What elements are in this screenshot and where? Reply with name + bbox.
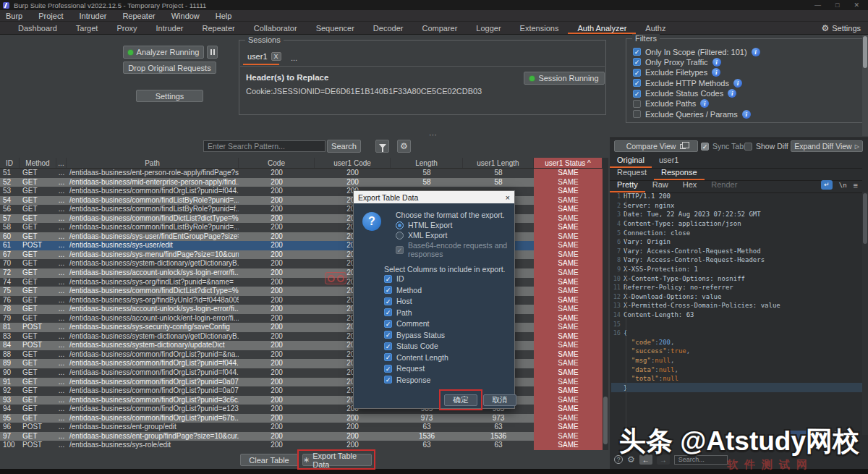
analyzer-settings-button[interactable]: Settings xyxy=(136,90,203,102)
view-tab-hex[interactable]: Hex xyxy=(676,179,705,192)
filter-button[interactable] xyxy=(375,140,389,153)
splitter-handle[interactable]: ⋯ xyxy=(429,130,438,140)
export-column-content-length[interactable]: ✓Content Length xyxy=(384,353,448,362)
view-tab-render[interactable]: Render xyxy=(704,179,744,192)
editor-scrollbar[interactable] xyxy=(862,192,868,435)
dialog-title-bar[interactable]: Export Table Data × xyxy=(354,191,514,203)
search-button[interactable]: Search xyxy=(327,140,361,153)
info-icon[interactable]: i xyxy=(712,58,721,67)
tab-logger[interactable]: Logger xyxy=(467,22,510,34)
export-column-comment[interactable]: ✓Comment xyxy=(384,319,448,328)
tab-decoder[interactable]: Decoder xyxy=(364,22,413,34)
export-column-method[interactable]: ✓Method xyxy=(384,286,448,295)
table-row[interactable]: 51GET.../entidaas-business/ent-person-ro… xyxy=(0,169,603,178)
column-header[interactable]: user1 Length xyxy=(463,158,534,168)
info-icon[interactable]: i xyxy=(700,99,709,108)
search-pattern-input[interactable]: Enter Search Pattern... xyxy=(203,140,326,152)
cancel-button[interactable]: 取消 xyxy=(483,394,516,406)
maximize-icon[interactable]: □ xyxy=(835,1,839,9)
minimize-icon[interactable]: — xyxy=(814,1,821,9)
column-header[interactable]: ID xyxy=(0,158,20,168)
cell-m: GET xyxy=(20,305,56,314)
tab-intruder[interactable]: Intruder xyxy=(147,22,193,34)
response-editor[interactable]: 1HTTP/1.1 2002Server: nginx3Date: Tue, 2… xyxy=(611,192,862,435)
table-scrollbar[interactable] xyxy=(603,158,608,450)
column-header[interactable]: Code xyxy=(239,158,315,168)
filter-exclude-status-codes[interactable]: ✓Exclude Status Codesi xyxy=(633,90,760,98)
compare-view-button[interactable]: Compare View xyxy=(614,140,698,152)
checkbox-checked-icon: ✓ xyxy=(384,331,392,339)
column-header[interactable]: user1 Code xyxy=(315,158,391,168)
export-column-response[interactable]: ✓Response xyxy=(384,376,448,384)
checkbox-checked-icon: ✓ xyxy=(633,58,641,66)
show-newlines-icon[interactable]: \n xyxy=(839,182,847,189)
close-icon[interactable]: ✕ xyxy=(854,1,859,9)
expand-diff-view-button[interactable]: Expand Diff View ▷ xyxy=(791,140,863,152)
drop-original-requests-button[interactable]: Drop Original Requests xyxy=(123,62,216,74)
tab-repeater[interactable]: Repeater xyxy=(192,22,244,34)
menu-item-repeater[interactable]: Repeater xyxy=(122,12,155,20)
panel-scrollbar[interactable] xyxy=(862,35,868,136)
cookie-header-value[interactable]: Cookie:JSESSIONID=DE6D61E1B140B1F33A80CE… xyxy=(246,87,482,96)
dialog-close-icon[interactable]: × xyxy=(506,193,510,202)
editor-menu-icon[interactable]: ≡ xyxy=(854,181,858,190)
table-settings-button[interactable]: ⚙ xyxy=(397,140,411,153)
show-diff-checkbox[interactable]: Show Diff xyxy=(744,142,788,151)
menu-item-burp[interactable]: Burp xyxy=(6,12,22,20)
export-column-bypass-status[interactable]: ✓Bypass Status xyxy=(384,331,448,339)
session-tab-close-button[interactable]: X xyxy=(271,52,281,61)
info-icon[interactable]: i xyxy=(728,89,736,98)
export-column-path[interactable]: ✓Path xyxy=(384,308,448,317)
filter-exclude-paths[interactable]: Exclude Pathsi xyxy=(633,100,760,108)
view-tab-raw[interactable]: Raw xyxy=(645,179,676,192)
line-text: X-Permitted-Cross-Domain-Policies: value xyxy=(624,302,780,309)
tab-auth-analyzer[interactable]: Auth Analyzer xyxy=(568,22,636,34)
column-header[interactable]: Path xyxy=(67,158,239,168)
table-row[interactable]: 52GET.../entidaas-business/mid-enterpris… xyxy=(0,178,603,187)
info-icon[interactable]: i xyxy=(742,110,751,119)
settings-button[interactable]: ⚙ Settings xyxy=(821,22,868,34)
filter-only-proxy-traffic[interactable]: ✓Only Proxy Traffici xyxy=(633,58,760,66)
column-header[interactable]: ... xyxy=(56,158,67,168)
pause-button[interactable] xyxy=(207,46,218,59)
sync-tabs-checkbox[interactable]: ✓ Sync Tabs xyxy=(701,142,747,151)
line-text: Server: nginx xyxy=(624,202,674,209)
info-icon[interactable]: i xyxy=(752,48,760,56)
info-icon[interactable]: i xyxy=(733,79,742,88)
soft-wrap-icon[interactable]: ↵ xyxy=(821,180,833,190)
filter-exclude-queries-params[interactable]: Exclude Queries / Paramsi xyxy=(633,110,760,118)
menu-item-window[interactable]: Window xyxy=(171,12,200,20)
export-column-request[interactable]: ✓Request xyxy=(384,364,448,373)
export-column-host[interactable]: ✓Host xyxy=(384,297,448,305)
cell-path: /entidaas-business/sys-org/findList?puni… xyxy=(67,278,239,287)
info-icon[interactable]: i xyxy=(712,68,720,77)
tab-dashboard[interactable]: Dashboard xyxy=(9,22,67,34)
radio-xml-export[interactable]: XML Export xyxy=(396,231,447,240)
column-header[interactable]: Length xyxy=(391,158,463,168)
menu-item-project[interactable]: Project xyxy=(38,12,63,20)
filter-only-in-scope-filtered-101-[interactable]: ✓Only In Scope (Filtered: 101)i xyxy=(633,48,760,56)
filter-exclude-http-methods[interactable]: ✓Exclude HTTP Methodsi xyxy=(633,79,760,87)
cell-dots: ... xyxy=(56,232,67,242)
tab-sequencer[interactable]: Sequencer xyxy=(307,22,364,34)
analyzer-running-button[interactable]: Analyzer Running xyxy=(123,46,204,59)
tab-proxy[interactable]: Proxy xyxy=(107,22,146,34)
menu-item-help[interactable]: Help xyxy=(216,12,232,20)
export-column-id[interactable]: ✓ID xyxy=(384,274,448,283)
tab-extensions[interactable]: Extensions xyxy=(511,22,569,34)
column-header[interactable]: user1 Status ^ xyxy=(534,158,603,168)
table-row[interactable]: 95GET.../entidaas-business/common/findOr… xyxy=(0,414,603,423)
tab-collaborator[interactable]: Collaborator xyxy=(244,22,307,34)
column-header[interactable]: Method xyxy=(20,158,56,168)
tab-comparer[interactable]: Comparer xyxy=(412,22,467,34)
tab-authz[interactable]: Authz xyxy=(636,22,675,34)
session-more-tab[interactable]: ... xyxy=(291,54,297,62)
radio-html-export[interactable]: HTML Export xyxy=(396,221,452,229)
session-tab-user1[interactable]: user1 X xyxy=(244,51,284,62)
view-tab-pretty[interactable]: Pretty xyxy=(610,179,645,192)
session-running-button[interactable]: Session Running xyxy=(524,72,605,85)
menu-item-intruder[interactable]: Intruder xyxy=(80,12,107,20)
filter-exclude-filetypes[interactable]: ✓Exclude Filetypesi xyxy=(633,69,760,77)
tab-target[interactable]: Target xyxy=(67,22,108,34)
export-column-status-code[interactable]: ✓Status Code xyxy=(384,342,448,350)
